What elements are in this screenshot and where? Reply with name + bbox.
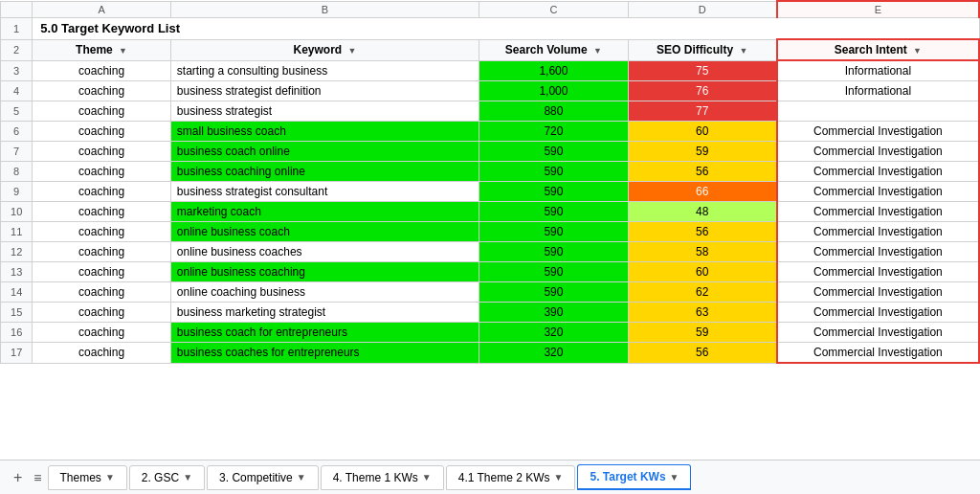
tab-theme1[interactable]: 4. Theme 1 KWs ▼ [321,465,444,490]
tab-theme2[interactable]: 4.1 Theme 2 KWs ▼ [446,465,576,490]
difficulty-cell: 58 [628,242,777,262]
tab-themes-arrow[interactable]: ▼ [105,472,115,483]
header-row: 2 Theme ▼ Keyword ▼ Search Volume ▼ SEO [1,39,980,60]
volume-cell: 1,600 [479,60,629,81]
theme-header[interactable]: Theme ▼ [33,39,170,60]
table-row: 5coachingbusiness strategist88077 [1,101,980,122]
intent-cell: Commercial Investigation [777,343,979,364]
difficulty-cell: 77 [628,101,777,122]
volume-cell: 390 [479,303,629,323]
col-a-letter[interactable]: A [33,1,170,18]
difficulty-sort-icon[interactable]: ▼ [739,46,747,56]
volume-cell: 590 [479,282,629,303]
intent-sort-icon[interactable]: ▼ [913,46,922,56]
row-num-cell: 11 [1,222,33,242]
volume-cell: 320 [479,323,629,343]
keyword-sort-icon[interactable]: ▼ [348,46,357,56]
keyword-cell[interactable]: business coaching online [170,162,479,182]
row-num-cell: 4 [1,81,33,101]
volume-header[interactable]: Search Volume ▼ [479,39,629,60]
difficulty-cell: 62 [628,282,777,303]
row-num-cell: 16 [1,323,33,343]
theme-cell: coaching [33,162,170,182]
tab-menu-icon[interactable]: ≡ [30,470,45,485]
tab-target-kws[interactable]: 5. Target KWs ▼ [577,464,691,490]
keyword-cell[interactable]: online business coaches [170,242,479,262]
table-row: 16coachingbusiness coach for entrepreneu… [1,323,980,343]
theme-cell: coaching [33,202,170,222]
difficulty-cell: 59 [628,142,777,162]
col-e-letter[interactable]: E [777,1,979,18]
col-c-letter[interactable]: C [479,1,629,18]
intent-cell: Commercial Investigation [777,122,979,142]
keyword-cell[interactable]: business strategist [170,101,479,122]
theme-cell: coaching [33,303,170,323]
difficulty-cell: 75 [628,60,777,81]
tab-competitive[interactable]: 3. Competitive ▼ [207,465,319,490]
intent-cell: Commercial Investigation [777,222,979,242]
tab-target-kws-label: 5. Target KWs [590,470,665,483]
difficulty-cell: 66 [628,182,777,202]
row-num-cell: 17 [1,343,33,364]
keyword-cell[interactable]: online coaching business [170,282,479,303]
intent-header[interactable]: Search Intent ▼ [777,39,979,60]
tab-theme2-label: 4.1 Theme 2 KWs [458,471,550,484]
keyword-cell[interactable]: starting a consulting business [170,60,479,81]
table-row: 7coachingbusiness coach online59059Comme… [1,142,980,162]
row-2-num: 2 [1,39,33,60]
intent-cell: Informational [777,60,979,81]
row-num-cell: 13 [1,262,33,282]
volume-cell: 590 [479,162,629,182]
volume-cell: 880 [479,101,629,122]
tab-competitive-label: 3. Competitive [219,471,293,484]
tab-gsc-arrow[interactable]: ▼ [183,472,192,483]
keyword-cell[interactable]: business coach online [170,142,479,162]
theme-cell: coaching [33,101,170,122]
intent-cell: Commercial Investigation [777,282,979,303]
theme-sort-icon[interactable]: ▼ [119,46,127,56]
tab-competitive-arrow[interactable]: ▼ [297,472,306,483]
table-row: 17coachingbusiness coaches for entrepren… [1,343,980,364]
col-d-letter[interactable]: D [628,1,777,18]
tab-theme1-arrow[interactable]: ▼ [422,472,432,483]
tab-theme2-arrow[interactable]: ▼ [554,472,564,483]
keyword-cell[interactable]: business marketing strategist [170,303,479,323]
spreadsheet: A B C D E 1 5.0 Target Keyword List 2 Th… [0,0,980,494]
keyword-cell[interactable]: business coach for entrepreneurs [170,323,479,343]
tab-themes[interactable]: Themes ▼ [48,465,127,490]
intent-cell: Commercial Investigation [777,202,979,222]
difficulty-cell: 56 [628,343,777,364]
volume-sort-icon[interactable]: ▼ [593,46,602,56]
keyword-cell[interactable]: online business coaching [170,262,479,282]
theme-cell: coaching [33,60,170,81]
difficulty-cell: 63 [628,303,777,323]
col-b-letter[interactable]: B [170,1,479,18]
table-row: 8coachingbusiness coaching online59056Co… [1,162,980,182]
keyword-header[interactable]: Keyword ▼ [170,39,479,60]
table-row: 6coachingsmall business coach72060Commer… [1,122,980,142]
volume-cell: 590 [479,222,629,242]
intent-cell: Commercial Investigation [777,242,979,262]
keyword-cell[interactable]: business strategist consultant [170,182,479,202]
volume-cell: 590 [479,242,629,262]
difficulty-cell: 56 [628,222,777,242]
table-row: 14coachingonline coaching business59062C… [1,282,980,303]
bottom-tabs: + ≡ Themes ▼ 2. GSC ▼ 3. Competitive ▼ 4… [0,460,980,494]
keyword-cell[interactable]: marketing coach [170,202,479,222]
keyword-cell[interactable]: online business coach [170,222,479,242]
row-num-cell: 15 [1,303,33,323]
keyword-cell[interactable]: business strategist definition [170,81,479,101]
difficulty-cell: 56 [628,162,777,182]
theme-cell: coaching [33,222,170,242]
add-tab-button[interactable]: + [8,469,28,486]
difficulty-cell: 60 [628,262,777,282]
theme-cell: coaching [33,323,170,343]
theme-cell: coaching [33,142,170,162]
keyword-cell[interactable]: business coaches for entrepreneurs [170,343,479,364]
tab-gsc-label: 2. GSC [142,471,179,484]
intent-cell: Commercial Investigation [777,142,979,162]
difficulty-header[interactable]: SEO Difficulty ▼ [628,39,777,60]
tab-gsc[interactable]: 2. GSC ▼ [129,465,205,490]
tab-target-kws-arrow[interactable]: ▼ [670,472,679,483]
keyword-cell[interactable]: small business coach [170,122,479,142]
